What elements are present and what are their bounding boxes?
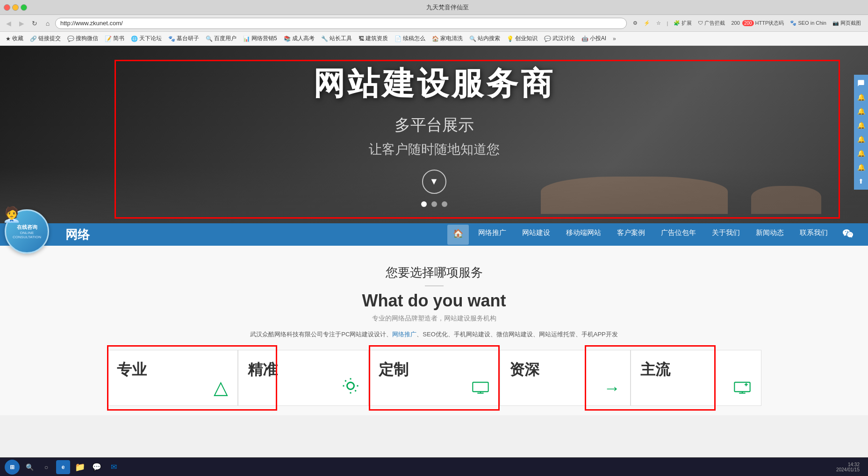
hero-dot-1[interactable] <box>421 201 427 207</box>
bookmark-wuhan[interactable]: 💬 武汉讨论 <box>541 34 578 43</box>
hero-subtitle2: 让客户随时随地知道您 <box>369 141 500 158</box>
logo-text: 在线咨询 <box>17 224 37 230</box>
discuss-icon: 💬 <box>544 36 551 42</box>
bookmark-sogou-wechat[interactable]: 💬 搜狗微信 <box>65 34 101 43</box>
nav-ad-annual[interactable]: 广告位包年 <box>654 225 703 245</box>
bookmark-gaokao[interactable]: 📚 成人高考 <box>281 34 317 43</box>
nav-home-item[interactable]: 🏠 <box>447 225 469 245</box>
sidebar-bell-icon-6[interactable]: 🔔 <box>854 161 868 174</box>
back-button[interactable]: ◀ <box>3 18 14 29</box>
minimize-button[interactable] <box>12 4 19 11</box>
bookmark-label: 站内搜索 <box>478 35 500 43</box>
nav-about-us[interactable]: 关于我们 <box>705 225 746 245</box>
bookmark-startup[interactable]: 💡 创业知识 <box>504 34 540 43</box>
http-status-icon[interactable]: 200 200 HTTP状态码 <box>729 19 786 28</box>
service-card-precise[interactable]: 精准 <box>238 350 369 406</box>
card-icon-5 <box>733 379 752 398</box>
bookmark-link-submit[interactable]: 🔗 链接提交 <box>27 34 64 43</box>
bookmark-label: 天下论坛 <box>139 35 162 43</box>
hero-dots <box>421 201 447 207</box>
logo-subtext: ONLINECONSULTATION <box>13 231 41 239</box>
nav-customer-cases[interactable]: 客户案例 <box>610 225 652 245</box>
hero-scroll-button[interactable]: ▼ <box>422 170 446 194</box>
sidebar-bell-icon-4[interactable]: 🔔 <box>854 133 868 146</box>
hero-dot-3[interactable] <box>442 201 447 207</box>
taskbar-browser-icon[interactable]: e <box>56 460 70 474</box>
home-icon: 🏠 <box>432 36 439 42</box>
taskbar-mail-icon[interactable]: ✉ <box>107 460 121 474</box>
service-desc: 武汉众酷网络科技有限公司专注于PC网站建设设计、网络推广、SEO优化、手机网站建… <box>9 330 859 339</box>
bookmark-label: 小投AI <box>590 35 606 43</box>
extension-puzzle-icon[interactable]: 🧩 扩展 <box>671 19 694 28</box>
taskbar-cortana[interactable]: ○ <box>39 460 53 474</box>
service-subtitle: 专业的网络品牌塑造者，网站建设服务机构 <box>9 314 859 323</box>
bookmark-draft[interactable]: 📄 续稿怎么 <box>392 34 428 43</box>
bookmark-baidu-user[interactable]: 🔍 百度用户 <box>203 34 239 43</box>
hero-section: 网站建设服务商 多平台展示 让客户随时随地知道您 ▼ <box>0 46 868 223</box>
nav-website-build[interactable]: 网站建设 <box>516 225 557 245</box>
svg-line-3 <box>345 380 346 381</box>
site-navigation: 在线咨询 ONLINECONSULTATION 🧑‍💼 网络 🏠 网络推广 网站… <box>0 223 868 246</box>
bookmark-home-clean[interactable]: 🏠 家电清洗 <box>429 34 466 43</box>
settings-icon[interactable]: ⚙ <box>631 19 640 27</box>
bookmark-webmaster-tool[interactable]: 🔧 站长工具 <box>318 34 355 43</box>
nav-network-promo[interactable]: 网络推广 <box>472 225 513 245</box>
screenshot-icon[interactable]: 📷 网页截图 <box>830 19 863 28</box>
service-desc-link[interactable]: 网络推广 <box>392 331 416 338</box>
flash-icon[interactable]: ⚡ <box>641 19 653 27</box>
taskbar-folder-icon[interactable]: 📁 <box>73 460 87 474</box>
hero-dot-2[interactable] <box>431 201 437 207</box>
service-cards-container: 专业 △ 精准 定制 资深 → <box>107 350 761 406</box>
seo-china-icon[interactable]: 🐾 SEO in Chin <box>788 19 829 27</box>
star-icon[interactable]: ☆ <box>654 19 663 27</box>
sidebar-bell-icon-3[interactable]: 🔔 <box>854 119 868 132</box>
bookmark-jianshu[interactable]: 📝 简书 <box>102 34 127 43</box>
link-icon: 🔗 <box>30 36 37 42</box>
building-icon: 🏗 <box>359 36 364 42</box>
service-card-mainstream[interactable]: 主流 <box>631 350 761 406</box>
service-cards: 专业 △ 精准 定制 资深 → <box>107 350 761 406</box>
separator: | <box>667 21 668 26</box>
svg-rect-7 <box>473 382 488 391</box>
sidebar-up-icon[interactable]: ⬆ <box>854 175 868 188</box>
service-section: 您要选择哪项服务 What do you want 专业的网络品牌塑造者，网站建… <box>0 246 868 415</box>
bookmark-marketing[interactable]: 📊 网络营销5 <box>240 34 280 43</box>
ad-block-icon[interactable]: 🛡 广告拦截 <box>696 19 727 28</box>
star-icon: ★ <box>6 36 11 42</box>
globe-icon: 🌐 <box>131 36 138 42</box>
bookmarks-more-button[interactable]: » <box>610 35 619 43</box>
address-text: http://www.zkunet.com/ <box>60 20 123 27</box>
service-title-en: What do you want <box>9 291 859 311</box>
service-card-experienced[interactable]: 资深 → <box>500 350 631 406</box>
bookmark-tianxia[interactable]: 🌐 天下论坛 <box>128 34 165 43</box>
nav-wechat[interactable] <box>837 225 859 245</box>
nav-news[interactable]: 新闻动态 <box>749 225 790 245</box>
service-card-custom[interactable]: 定制 <box>369 350 500 406</box>
taskbar-chat-icon[interactable]: 💬 <box>90 460 104 474</box>
bookmark-site-search[interactable]: 🔍 站内搜索 <box>466 34 503 43</box>
refresh-button[interactable]: ↻ <box>29 18 40 29</box>
bookmark-favorites[interactable]: ★ 收藏 <box>3 34 26 43</box>
close-button[interactable] <box>4 4 10 11</box>
service-card-professional[interactable]: 专业 △ <box>107 350 238 406</box>
address-bar[interactable]: http://www.zkunet.com/ <box>55 18 627 29</box>
sidebar-bell-icon-5[interactable]: 🔔 <box>854 147 868 160</box>
bookmark-ai[interactable]: 🤖 小投AI <box>579 34 609 43</box>
sidebar-bell-icon-1[interactable]: 🔔 <box>854 91 868 104</box>
taskbar-start-button[interactable]: ⊞ <box>5 460 20 475</box>
taskbar-search[interactable]: 🔍 <box>22 460 36 474</box>
bookmark-label: 创业知识 <box>515 35 538 43</box>
forward-button[interactable]: ▶ <box>16 18 27 29</box>
maximize-button[interactable] <box>21 4 27 11</box>
title-bar: 九天梵音伴仙至 <box>0 0 868 15</box>
sidebar-bell-icon-2[interactable]: 🔔 <box>854 105 868 118</box>
extension-area: ⚙ ⚡ ☆ | 🧩 扩展 🛡 广告拦截 200 200 HTTP状态码 🐾 SE… <box>629 19 865 28</box>
bookmark-muti[interactable]: 🐾 墓台研子 <box>165 34 202 43</box>
nav-mobile-site[interactable]: 移动端网站 <box>560 225 608 245</box>
bookmark-construction[interactable]: 🏗 建筑资质 <box>356 34 391 43</box>
nav-contact[interactable]: 联系我们 <box>793 225 834 245</box>
card-icon-3 <box>471 379 490 398</box>
sidebar-chat-icon[interactable] <box>854 77 868 90</box>
home-button[interactable]: ⌂ <box>42 18 53 29</box>
nav-menu: 🏠 网络推广 网站建设 移动端网站 客户案例 广告位包年 关于我们 新闻动态 <box>447 225 859 245</box>
